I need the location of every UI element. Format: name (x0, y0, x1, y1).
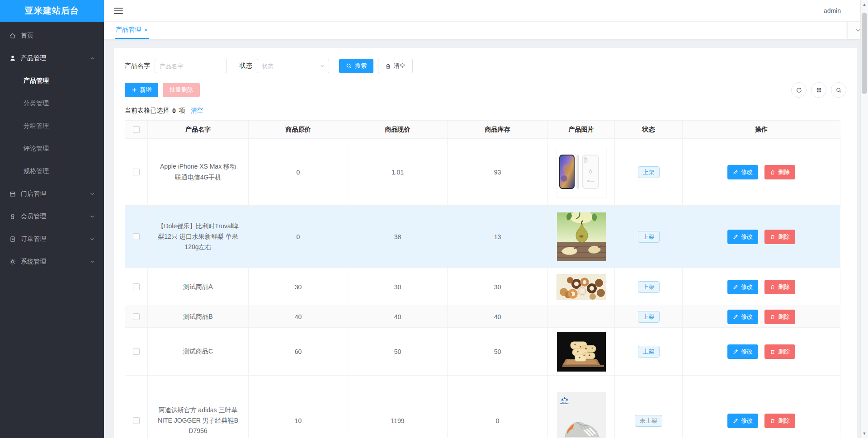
original-price: 10 (249, 376, 348, 438)
close-icon[interactable]: × (144, 27, 148, 33)
scrollbar-thumb[interactable] (862, 13, 867, 94)
gear-icon (9, 258, 16, 265)
sidebar-subitem-category-mgmt[interactable]: 分类管理 (0, 92, 104, 115)
hamburger-menu-icon[interactable] (114, 8, 123, 14)
product-name: 阿迪达斯官方 adidas 三叶草 NITE JOGGER 男子经典鞋BD795… (148, 376, 249, 438)
tab-bar: 产品管理 × (104, 22, 868, 39)
pencil-icon (733, 234, 738, 240)
status-select[interactable] (257, 59, 329, 73)
original-price: 0 (249, 206, 348, 268)
clear-filters-button[interactable]: 清空 (378, 59, 413, 73)
sidebar-subitem-spec-mgmt[interactable]: 规格管理 (0, 160, 104, 183)
delete-button[interactable]: 删除 (764, 230, 795, 244)
search-icon (346, 63, 352, 69)
product-image-cookies (557, 332, 606, 372)
name-filter-label: 产品名字 (125, 62, 150, 70)
user-menu[interactable]: admin (824, 7, 841, 14)
sidebar-subitem-label: 分组管理 (24, 122, 49, 130)
select-all-checkbox[interactable] (133, 126, 140, 133)
edit-button[interactable]: 修改 (727, 344, 758, 359)
add-button[interactable]: 新增 (125, 83, 158, 97)
search-button-label: 搜索 (355, 62, 367, 70)
zoom-icon[interactable] (831, 82, 846, 98)
col-header-name: 产品名字 (148, 121, 249, 139)
row-checkbox[interactable] (133, 348, 140, 355)
stock: 0 (448, 376, 548, 438)
row-checkbox[interactable] (133, 313, 140, 320)
current-price: 40 (348, 306, 448, 328)
scroll-down-arrow-icon[interactable]: ▼ (861, 430, 868, 437)
sidebar-item-product-mgmt[interactable]: 产品管理 (0, 47, 104, 70)
edit-button[interactable]: 修改 (727, 280, 758, 294)
table-row: 测试商品C 60 50 50 (125, 328, 840, 376)
scroll-up-arrow-icon[interactable]: ▲ (861, 1, 868, 8)
shop-icon (9, 190, 16, 198)
chevron-down-icon (90, 214, 95, 219)
delete-button[interactable]: 删除 (764, 165, 795, 179)
sidebar-subitem-label: 产品管理 (24, 77, 49, 85)
search-button[interactable]: 搜索 (339, 59, 373, 73)
edit-button-label: 修改 (741, 313, 753, 321)
table-tools (791, 82, 846, 98)
trash-icon (770, 170, 775, 175)
original-price: 0 (249, 139, 348, 206)
sidebar-item-store-mgmt[interactable]: 门店管理 (0, 183, 104, 205)
sidebar-item-label: 订单管理 (21, 235, 46, 243)
product-image-iphone: iPhone (556, 147, 607, 198)
column-grid-icon[interactable] (811, 82, 826, 98)
edit-button-label: 修改 (741, 417, 753, 425)
edit-button[interactable]: 修改 (727, 230, 758, 244)
edit-button[interactable]: 修改 (727, 310, 758, 324)
sidebar-item-member-mgmt[interactable]: 会员管理 (0, 205, 104, 228)
delete-button[interactable]: 删除 (764, 344, 795, 359)
table-row: 【Dole都乐】比利时Truval啤梨12只 进口水果新鲜梨 单果120g左右 … (125, 206, 840, 268)
sidebar-item-order-mgmt[interactable]: 订单管理 (0, 228, 104, 250)
edit-button-label: 修改 (741, 168, 753, 176)
table-row: 测试商品A 30 30 30 (125, 268, 840, 306)
row-checkbox[interactable] (133, 417, 140, 424)
tab-product-mgmt[interactable]: 产品管理 × (115, 22, 149, 39)
edit-button[interactable]: 修改 (727, 414, 758, 428)
chevron-down-icon (90, 191, 95, 197)
clear-selection-link[interactable]: 清空 (191, 107, 203, 115)
sidebar-subitem-group-mgmt[interactable]: 分组管理 (0, 115, 104, 137)
current-price: 1.01 (348, 139, 448, 206)
pencil-icon (733, 284, 738, 290)
original-price: 30 (249, 268, 348, 306)
row-checkbox[interactable] (133, 169, 140, 175)
clear-button-label: 清空 (394, 62, 406, 70)
product-name: 测试商品A (148, 268, 249, 306)
col-header-actions: 操作 (683, 121, 840, 139)
batch-delete-button[interactable]: 批量删除 (163, 83, 200, 97)
table-row: Apple iPhone XS Max 移动联通电信4G手机 0 1.01 93 (125, 139, 840, 206)
sidebar-item-home[interactable]: 首页 (0, 24, 104, 47)
tabs-wrap: 产品管理 × (104, 22, 847, 39)
trash-icon (770, 418, 775, 424)
chevron-up-icon (90, 56, 95, 61)
product-card: 产品名字 状态 搜索 (114, 48, 857, 438)
refresh-icon[interactable] (791, 82, 807, 98)
sidebar: 亚米建站后台 首页 产品管理 产品管理 分类管理 分组管理 评论管理 (0, 0, 104, 438)
sidebar-item-system-mgmt[interactable]: 系统管理 (0, 250, 104, 273)
add-button-label: 新增 (140, 86, 151, 94)
plus-icon (132, 87, 137, 93)
product-name-input[interactable] (155, 59, 227, 73)
current-price: 50 (348, 328, 448, 376)
chevron-down-icon (90, 236, 95, 242)
delete-button[interactable]: 删除 (764, 280, 795, 294)
delete-button[interactable]: 删除 (764, 310, 795, 324)
row-checkbox[interactable] (133, 233, 140, 240)
sidebar-subitem-product-mgmt[interactable]: 产品管理 (0, 70, 104, 92)
status-badge: 未上架 (635, 415, 662, 427)
vertical-scrollbar[interactable]: ▲ ▼ (860, 0, 868, 438)
delete-button[interactable]: 删除 (764, 414, 795, 428)
edit-button[interactable]: 修改 (727, 165, 758, 179)
row-checkbox[interactable] (133, 283, 140, 290)
sidebar-item-label: 门店管理 (21, 190, 46, 198)
table-row: 测试商品B 40 40 40 上架 修改 (125, 306, 840, 328)
edit-button-label: 修改 (741, 233, 753, 241)
user-icon (9, 55, 16, 62)
delete-button-label: 删除 (778, 233, 790, 241)
trash-icon (770, 349, 775, 354)
sidebar-subitem-comment-mgmt[interactable]: 评论管理 (0, 137, 104, 160)
